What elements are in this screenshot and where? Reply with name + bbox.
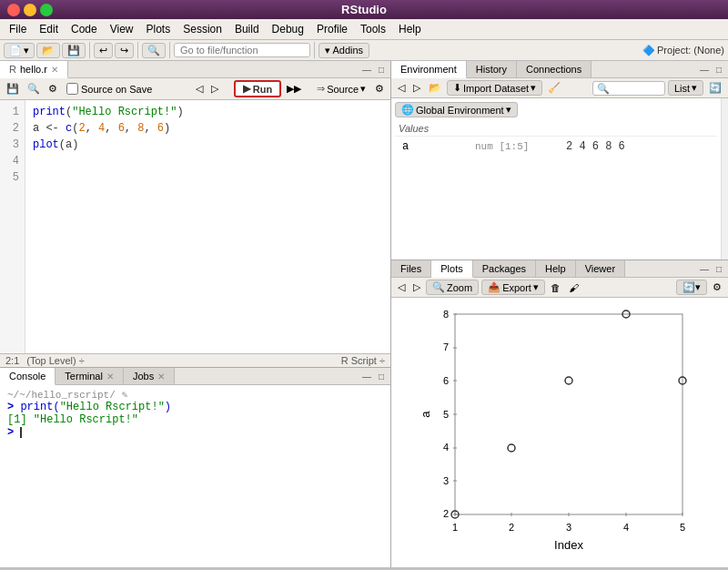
plots-minimize-button[interactable]: — <box>697 263 712 275</box>
env-variable-row[interactable]: a num [1:5] 2 4 6 8 6 <box>395 138 717 155</box>
env-back-btn[interactable]: ◁ <box>395 81 408 95</box>
toolbar-separator3 <box>169 42 170 58</box>
minimize-button[interactable] <box>24 4 36 16</box>
plots-delete-button[interactable]: 🗑 <box>548 281 563 294</box>
console-tab-terminal[interactable]: Terminal ✕ <box>56 368 124 384</box>
env-maximize-button[interactable]: □ <box>713 64 724 76</box>
scatter-plot-svg: 2 3 4 5 6 7 8 <box>419 305 701 560</box>
env-minimize-button[interactable]: — <box>697 64 712 76</box>
x-axis-label: Index <box>554 538 583 552</box>
menu-profile[interactable]: Profile <box>311 21 353 37</box>
redo-button[interactable]: ↪ <box>115 43 134 58</box>
console-content[interactable]: ~/~/hello_rscript/ ✎ > print("Hello Rscr… <box>0 385 390 567</box>
y-tick-3: 3 <box>443 475 449 486</box>
plots-prev-button[interactable]: ◁ <box>395 280 408 294</box>
terminal-close-icon[interactable]: ✕ <box>106 372 114 382</box>
source-on-save-checkbox[interactable] <box>66 83 78 95</box>
plots-area: Files Plots Packages Help Viewer <box>391 260 728 567</box>
env-search-input[interactable] <box>592 81 665 96</box>
plots-tab-plots[interactable]: Plots <box>431 260 472 278</box>
run-button[interactable]: ▶ Run <box>234 80 281 97</box>
plots-maximize-button[interactable]: □ <box>713 263 724 275</box>
y-tick-5: 5 <box>443 409 449 420</box>
plots-tab-packages[interactable]: Packages <box>473 260 536 277</box>
zoom-button[interactable]: 🔍 Zoom <box>426 280 479 295</box>
console-output-line: [1] "Hello Rscript!" <box>7 413 383 426</box>
menu-help[interactable]: Help <box>393 21 427 37</box>
editor-maximize-button[interactable]: □ <box>376 64 387 76</box>
console-minimize-button[interactable]: — <box>359 371 374 382</box>
tab-close-icon[interactable]: ✕ <box>51 65 58 75</box>
plots-tab-files[interactable]: Files <box>391 260 431 277</box>
x-tick-5: 5 <box>680 522 685 533</box>
list-view-button[interactable]: List ▾ <box>668 80 703 96</box>
main-area: R hello.r ✕ — □ 💾 🔍 ⚙ Source on Save ◁ <box>0 61 728 567</box>
editor-tools-btn[interactable]: ⚙ <box>46 82 60 96</box>
menu-edit[interactable]: Edit <box>34 21 64 37</box>
console-tab-jobs[interactable]: Jobs ✕ <box>124 368 175 384</box>
env-forward-btn[interactable]: ▷ <box>410 81 423 95</box>
menu-file[interactable]: File <box>4 21 32 37</box>
menu-tools[interactable]: Tools <box>355 21 391 37</box>
env-clear-btn[interactable]: 🧹 <box>545 81 563 95</box>
path-edit-icon: ✎ <box>121 390 127 401</box>
menu-plots[interactable]: Plots <box>141 21 177 37</box>
editor-right-arrow[interactable]: ▷ <box>208 82 221 96</box>
plots-brush-button[interactable]: 🖌 <box>566 281 581 294</box>
export-icon: 📤 <box>488 281 500 293</box>
env-tab-history[interactable]: History <box>467 61 517 77</box>
code-editor[interactable]: 1 2 3 4 5 print("Hello Rscript!") a <- c… <box>0 100 390 353</box>
env-toolbar: ◁ ▷ 📂 ⬇ Import Dataset ▾ 🧹 List ▾ <box>391 78 728 98</box>
editor-minimize-button[interactable]: — <box>359 64 374 76</box>
console-tab-console[interactable]: Console <box>0 368 56 385</box>
env-tab-environment[interactable]: Environment <box>391 61 467 78</box>
console-maximize-button[interactable]: □ <box>376 371 387 382</box>
plots-refresh-button[interactable]: 🔄▾ <box>676 280 707 295</box>
source-button[interactable]: ⇒ Source ▾ <box>313 82 369 96</box>
addins-button[interactable]: ▾ Addins <box>318 43 369 58</box>
code-content[interactable]: print("Hello Rscript!") a <- c(2, 4, 6, … <box>25 100 390 353</box>
close-button[interactable] <box>7 4 20 16</box>
editor-tab-hello-r[interactable]: R hello.r ✕ <box>0 61 68 78</box>
env-tab-connections[interactable]: Connections <box>517 61 592 77</box>
undo-button[interactable]: ↩ <box>94 43 113 58</box>
new-file-button[interactable]: 📄▾ <box>4 43 35 58</box>
import-dataset-button[interactable]: ⬇ Import Dataset ▾ <box>447 80 542 96</box>
maximize-button[interactable] <box>40 4 53 16</box>
go-to-file-input[interactable] <box>174 43 310 57</box>
editor-left-arrow[interactable]: ◁ <box>193 82 206 96</box>
console-command: print("Hello Rscript!") <box>20 401 171 413</box>
export-button[interactable]: 📤 Export ▾ <box>481 280 545 295</box>
plots-next-button[interactable]: ▷ <box>410 280 423 294</box>
menu-debug[interactable]: Debug <box>267 21 309 37</box>
menu-build[interactable]: Build <box>229 21 265 37</box>
y-tick-4: 4 <box>443 442 449 453</box>
menubar: File Edit Code View Plots Session Build … <box>0 19 728 40</box>
global-env-selector[interactable]: 🌐 Global Environment ▾ <box>395 102 518 117</box>
open-file-button[interactable]: 📂 <box>36 43 60 58</box>
editor-area: R hello.r ✕ — □ 💾 🔍 ⚙ Source on Save ◁ <box>0 61 390 367</box>
env-load-btn[interactable]: 📂 <box>426 81 444 95</box>
menu-view[interactable]: View <box>105 21 139 37</box>
editor-extra-btn[interactable]: ⚙ <box>372 82 387 96</box>
cursor-caret <box>20 427 22 438</box>
env-refresh-btn[interactable]: 🔄 <box>706 81 724 95</box>
new-file-icon: 📄 <box>9 45 22 56</box>
console-cursor-line: > <box>7 426 383 439</box>
find-button[interactable]: 🔍 <box>142 43 166 58</box>
script-type-label: R Script ÷ <box>341 355 385 366</box>
menu-session[interactable]: Session <box>177 21 228 37</box>
y-tick-2: 2 <box>443 508 449 519</box>
plots-settings-button[interactable]: ⚙ <box>710 280 724 294</box>
plots-tab-help[interactable]: Help <box>536 260 576 277</box>
editor-save-btn[interactable]: 💾 <box>4 82 22 96</box>
save-button[interactable]: 💾 <box>62 43 86 58</box>
plots-tab-viewer[interactable]: Viewer <box>576 260 625 277</box>
run-all-button[interactable]: ▶▶ <box>284 82 304 96</box>
menu-code[interactable]: Code <box>66 21 103 37</box>
env-scrollbar[interactable] <box>721 98 728 260</box>
plots-tab-bar: Files Plots Packages Help Viewer <box>391 260 728 278</box>
globe-icon: 🌐 <box>401 104 414 116</box>
editor-search-btn[interactable]: 🔍 <box>25 82 43 96</box>
jobs-close-icon[interactable]: ✕ <box>157 372 165 382</box>
